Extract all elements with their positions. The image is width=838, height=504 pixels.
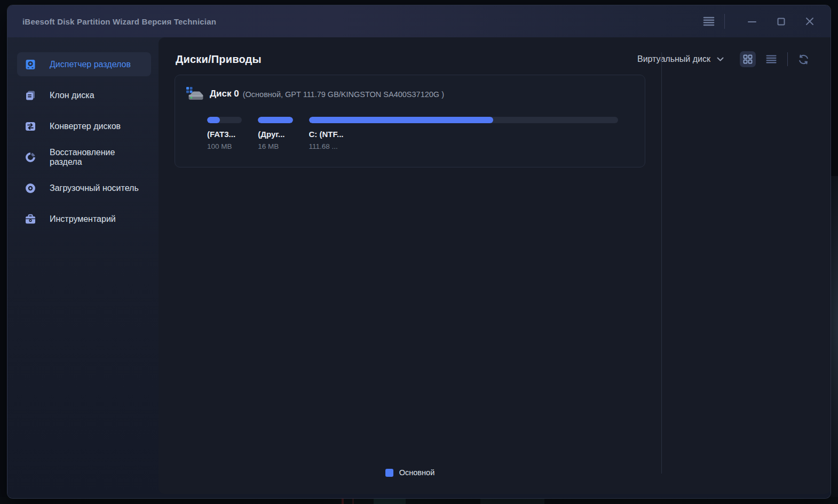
sidebar-item-bootable-media[interactable]: Загрузочный носитель	[17, 176, 151, 200]
maximize-button[interactable]	[772, 12, 790, 30]
partition-row: (FAT3... 100 MB (Друг... 16 MB C: (NTF..…	[207, 117, 634, 150]
partition-msr[interactable]: (Друг... 16 MB	[258, 117, 292, 150]
legend-primary-label: Основной	[399, 468, 434, 477]
window-title: iBeesoft Disk Partition Wizard Версия Te…	[22, 17, 216, 26]
partition-bar[interactable]	[258, 117, 292, 123]
partition-size: 100 MB	[207, 142, 242, 150]
disc-icon	[24, 182, 36, 194]
toolbox-icon	[24, 213, 36, 225]
sidebar-item-label: Диспетчер разделов	[50, 60, 131, 69]
disk-name: Диск 0	[210, 89, 239, 99]
partition-label: (Друг...	[258, 130, 292, 139]
minimize-button[interactable]	[743, 12, 761, 30]
sidebar-item-label: Загрузочный носитель	[50, 183, 139, 193]
header-separator	[787, 52, 788, 66]
partition-bar[interactable]	[309, 117, 619, 123]
sidebar: Диспетчер разделов Клон диска	[7, 37, 159, 498]
sidebar-item-toolkit[interactable]: Инструментарий	[17, 207, 151, 231]
sidebar-item-partition-recovery[interactable]: Восстановление раздела	[17, 145, 151, 169]
refresh-icon[interactable]	[795, 51, 811, 67]
legend: Основной	[159, 468, 661, 477]
menu-icon[interactable]	[700, 12, 718, 30]
pie-recovery-icon	[24, 151, 36, 163]
close-icon[interactable]	[801, 12, 819, 30]
disk-type-dropdown-value: Виртуальный диск	[637, 54, 710, 64]
chevron-down-icon	[717, 57, 724, 62]
partition-size: 111.68 ...	[309, 142, 619, 150]
partition-size: 16 MB	[258, 142, 292, 150]
disk-card-header: Диск 0 (Основной, GPT 111.79 GB/KINGSTON…	[186, 85, 634, 102]
disk-drive-icon	[186, 85, 204, 102]
clone-icon	[24, 89, 36, 101]
titlebar-separator	[724, 14, 725, 29]
page-title: Диски/Приводы	[176, 53, 262, 66]
sidebar-item-disk-clone[interactable]: Клон диска	[17, 83, 151, 107]
app-window: iBeesoft Disk Partition Wizard Версия Te…	[7, 5, 831, 498]
list-view-button[interactable]	[763, 51, 779, 67]
disk-type-dropdown[interactable]: Виртуальный диск	[637, 54, 724, 64]
partition-label: (FAT3...	[207, 130, 242, 139]
titlebar-controls	[700, 12, 819, 30]
disk-details: (Основной, GPT 111.79 GB/KINGSTON SA400S…	[243, 89, 444, 99]
partition-c-drive[interactable]: C: (NTF... 111.68 ...	[309, 117, 619, 150]
sidebar-item-label: Восстановление раздела	[50, 148, 144, 167]
sidebar-item-disk-converter[interactable]: Конвертер дисков	[17, 114, 151, 138]
partition-bar[interactable]	[207, 117, 242, 123]
disk-card[interactable]: Диск 0 (Основной, GPT 111.79 GB/KINGSTON…	[175, 75, 645, 167]
vertical-divider	[661, 52, 662, 474]
sidebar-item-label: Конвертер дисков	[50, 122, 121, 131]
main-panel: Диски/Приводы Виртуальный диск	[159, 37, 831, 494]
desktop-background: iBeesoft Disk Partition Wizard Версия Te…	[0, 0, 838, 504]
partition-label: C: (NTF...	[309, 130, 619, 139]
sidebar-item-partition-manager[interactable]: Диспетчер разделов	[17, 52, 151, 76]
sidebar-item-label: Клон диска	[50, 91, 94, 100]
main-header: Диски/Приводы Виртуальный диск	[159, 37, 831, 67]
titlebar: iBeesoft Disk Partition Wizard Версия Te…	[7, 5, 831, 37]
convert-arrows-icon	[24, 120, 36, 132]
sidebar-item-label: Инструментарий	[50, 214, 116, 224]
legend-primary-swatch	[385, 469, 393, 477]
hard-drive-icon	[24, 58, 36, 70]
partition-efi[interactable]: (FAT3... 100 MB	[207, 117, 242, 150]
grid-view-button[interactable]	[740, 51, 756, 67]
